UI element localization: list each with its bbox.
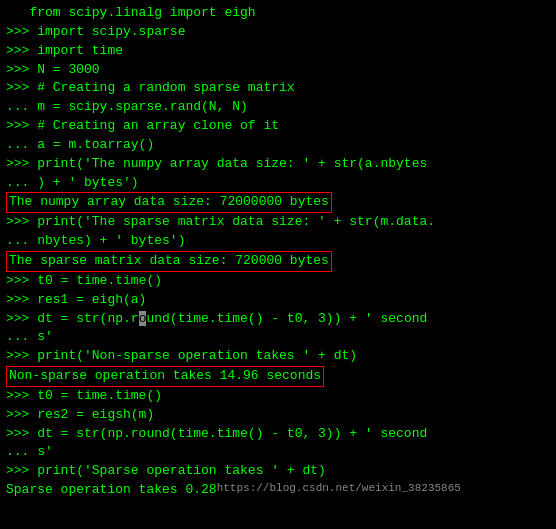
prompt-15: >>> (6, 272, 29, 291)
line-5: >>> # Creating a random sparse matrix (6, 79, 550, 98)
line-12: >>> print('The sparse matrix data size: … (6, 213, 550, 232)
prompt-19: >>> (6, 347, 29, 366)
code-23: dt = str(np.round(time.time() - t0, 3)) … (29, 425, 427, 444)
prompt-5: >>> (6, 79, 29, 98)
line-17: >>> dt = str(np.round(time.time() - t0, … (6, 310, 550, 329)
output-line-4: Sparse operation takes 0.28https://blog.… (6, 481, 550, 500)
output-nonsparse-time: Non-sparse operation takes 14.96 seconds (6, 366, 324, 387)
code-16: res1 = eigh(a) (29, 291, 146, 310)
output-sparse-size: The sparse matrix data size: 720000 byte… (6, 251, 332, 272)
output-line-1: The numpy array data size: 72000000 byte… (6, 192, 550, 213)
prompt-10: ... (6, 174, 29, 193)
line-25: >>> print('Sparse operation takes ' + dt… (6, 462, 550, 481)
output-numpy-size: The numpy array data size: 72000000 byte… (6, 192, 332, 213)
code-5: # Creating a random sparse matrix (29, 79, 294, 98)
code-6: m = scipy.sparse.rand(N, N) (29, 98, 247, 117)
prompt-6: ... (6, 98, 29, 117)
code-19: print('Non-sparse operation takes ' + dt… (29, 347, 357, 366)
line-16: >>> res1 = eigh(a) (6, 291, 550, 310)
code-10: ) + ' bytes') (29, 174, 138, 193)
prompt-21: >>> (6, 387, 29, 406)
code-18: s' (29, 328, 52, 347)
output-sparse-time: Sparse operation takes 0.28 (6, 481, 217, 500)
line-18: ... s' (6, 328, 550, 347)
prompt-24: ... (6, 443, 29, 462)
code-13: nbytes) + ' bytes') (29, 232, 185, 251)
prompt-12: >>> (6, 213, 29, 232)
line-24: ... s' (6, 443, 550, 462)
prompt-3: >>> (6, 42, 29, 61)
code-17: dt = str(np.round(time.time() - t0, 3)) … (29, 310, 427, 329)
prompt-4: >>> (6, 61, 29, 80)
line-1: from scipy.linalg import eigh (6, 4, 550, 23)
line-15: >>> t0 = time.time() (6, 272, 550, 291)
prompt-9: >>> (6, 155, 29, 174)
code-24: s' (29, 443, 52, 462)
prompt-23: >>> (6, 425, 29, 444)
line-21: >>> t0 = time.time() (6, 387, 550, 406)
code-21: t0 = time.time() (29, 387, 162, 406)
line-19: >>> print('Non-sparse operation takes ' … (6, 347, 550, 366)
prompt-16: >>> (6, 291, 29, 310)
line-6: ... m = scipy.sparse.rand(N, N) (6, 98, 550, 117)
output-line-2: The sparse matrix data size: 720000 byte… (6, 251, 550, 272)
watermark-inline: https://blog.csdn.net/weixin_38235865 (217, 481, 461, 500)
line-23: >>> dt = str(np.round(time.time() - t0, … (6, 425, 550, 444)
code-8: a = m.toarray() (29, 136, 154, 155)
line-2: >>> import scipy.sparse (6, 23, 550, 42)
output-line-3: Non-sparse operation takes 14.96 seconds (6, 366, 550, 387)
line-8: ... a = m.toarray() (6, 136, 550, 155)
line-22: >>> res2 = eigsh(m) (6, 406, 550, 425)
prompt-13: ... (6, 232, 29, 251)
code-12: print('The sparse matrix data size: ' + … (29, 213, 435, 232)
line-9: >>> print('The numpy array data size: ' … (6, 155, 550, 174)
code-22: res2 = eigsh(m) (29, 406, 154, 425)
code-3: import time (29, 42, 123, 61)
code-15: t0 = time.time() (29, 272, 162, 291)
prompt-25: >>> (6, 462, 29, 481)
code-25: print('Sparse operation takes ' + dt) (29, 462, 325, 481)
line-10: ... ) + ' bytes') (6, 174, 550, 193)
prompt-7: >>> (6, 117, 29, 136)
terminal: from scipy.linalg import eigh >>> import… (0, 0, 556, 529)
line-13: ... nbytes) + ' bytes') (6, 232, 550, 251)
prompt-18: ... (6, 328, 29, 347)
prompt-8: ... (6, 136, 29, 155)
prompt-1 (6, 4, 29, 23)
code-1: from scipy.linalg import eigh (29, 4, 255, 23)
line-7: >>> # Creating an array clone of it (6, 117, 550, 136)
code-2: import scipy.sparse (29, 23, 185, 42)
line-3: >>> import time (6, 42, 550, 61)
prompt-2: >>> (6, 23, 29, 42)
prompt-22: >>> (6, 406, 29, 425)
code-7: # Creating an array clone of it (29, 117, 279, 136)
code-4: N = 3000 (29, 61, 99, 80)
prompt-17: >>> (6, 310, 29, 329)
code-9: print('The numpy array data size: ' + st… (29, 155, 427, 174)
line-4: >>> N = 3000 (6, 61, 550, 80)
